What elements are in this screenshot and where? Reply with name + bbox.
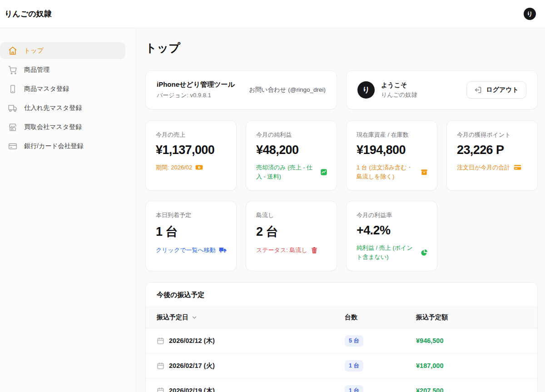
sidebar-item-top[interactable]: トップ [0,42,125,59]
sidebar-item-buyer-master[interactable]: 買取会社マスタ登録 [0,119,125,135]
info-row: iPhoneせどり管理ツール バージョン: v0.9.8.1 お問い合わせ (@… [145,70,538,109]
stat-note: 1 台 (注文済み含む・島流しを除く) [357,163,417,181]
stat-value: +4.2% [357,223,428,238]
logout-label: ログアウト [486,86,519,94]
units-badge: 5 台 [345,335,363,347]
stat-label: 現在庫資産 / 在庫数 [357,131,428,139]
stat-label: 島流し [256,211,327,219]
stat-note: 注文日が今月の合計 [457,163,510,172]
calendar-icon [157,362,164,370]
tool-info-card: iPhoneせどり管理ツール バージョン: v0.9.8.1 お問い合わせ (@… [145,70,337,109]
sidebar-item-label: 買取会社マスタ登録 [24,123,82,131]
user-avatar-initial: り [362,85,370,95]
stat-value: ¥48,200 [256,143,327,157]
home-icon [8,46,17,55]
welcome-greeting: ようこそ [381,81,417,89]
stat-label: 今月の利益率 [357,211,428,219]
logout-icon [474,86,482,94]
transfer-date: 2026/02/19 (木) [169,387,215,392]
transfer-schedule-card: 今後の振込予定 振込予定日 台数 振込予定額 2026/02/12 (木) [145,282,538,392]
header-avatar-initial: り [527,10,533,18]
sidebar-item-label: 銀行/カード会社登録 [24,142,84,150]
sidebar-item-bank-card[interactable]: 銀行/カード会社登録 [0,138,125,154]
transfer-date: 2026/02/12 (木) [169,337,215,345]
column-header-date-sort[interactable]: 振込予定日 [157,313,345,322]
stat-row-2: 本日到着予定 1 台 クリックで一覧へ移動 島流し 2 台 ステータス: 島流し [145,201,538,271]
sidebar-item-label: 商品マスタ登録 [24,85,69,93]
table-row[interactable]: 2026/02/19 (木) 1 台 ¥207,500 [146,378,537,392]
main-content: トップ iPhoneせどり管理ツール バージョン: v0.9.8.1 お問い合わ… [136,28,545,392]
calendar-icon [157,337,164,345]
pie-chart-icon [421,249,428,256]
transfer-date: 2026/02/17 (火) [169,362,215,370]
delivery-truck-icon [219,246,227,254]
logout-button[interactable]: ログアウト [466,81,526,99]
stat-label: 本日到着予定 [156,211,227,219]
tool-version: バージョン: v0.9.8.1 [157,91,235,99]
sidebar-item-product-master[interactable]: 商品マスタ登録 [0,80,125,97]
store-icon [8,123,17,132]
calendar-icon [157,387,164,392]
stat-value: ¥1,137,000 [156,143,227,157]
welcome-card: り ようこそ りんごの奴隷 ログアウト [346,70,538,109]
stat-note: 売却済のみ (売上 - 仕入 - 送料) [256,163,317,181]
welcome-username: りんごの奴隷 [381,91,417,99]
stat-note: ステータス: 島流し [256,246,307,255]
stat-card-net-profit: 今月の純利益 ¥48,200 売却済のみ (売上 - 仕入 - 送料) [246,120,337,191]
tool-name: iPhoneせどり管理ツール [157,80,235,89]
smartphone-icon [8,84,17,94]
stat-card-monthly-sales: 今月の売上 ¥1,137,000 期間: 2026/02 [145,120,237,191]
stat-label: 今月の獲得ポイント [457,131,528,139]
credit-card-icon [514,164,521,171]
stat-value: 2 台 [256,223,327,240]
sidebar-item-product-management[interactable]: 商品管理 [0,61,125,78]
stat-note: 期間: 2026/02 [156,163,192,172]
column-header-amount: 振込予定額 [416,313,526,322]
stat-value: ¥194,800 [357,143,428,157]
transfer-amount: ¥946,500 [416,337,526,344]
chevron-down-icon [191,314,198,321]
trash-icon [311,247,318,254]
sidebar-item-label: トップ [24,47,44,55]
stat-card-exiled: 島流し 2 台 ステータス: 島流し [246,201,337,271]
truck-icon [8,104,17,113]
column-header-date: 振込予定日 [157,313,188,322]
units-badge: 1 台 [345,360,363,372]
sidebar: トップ 商品管理 商品マスタ登録 仕入れ先マスタ登録 買取会社マスタ登録 銀行/… [0,28,136,392]
contact-info: お問い合わせ (@ringo_drei) [249,86,326,94]
table-row[interactable]: 2026/02/12 (木) 5 台 ¥946,500 [146,328,537,353]
cart-icon [8,65,17,74]
stat-label: 今月の純利益 [256,131,327,139]
stat-label: 今月の売上 [156,131,227,139]
sidebar-item-supplier-master[interactable]: 仕入れ先マスタ登録 [0,99,125,116]
stat-card-monthly-points: 今月の獲得ポイント 23,226 P 注文日が今月の合計 [446,120,538,191]
stat-card-profit-rate: 今月の利益率 +4.2% 純利益 / 売上 (ポイント含まない) [346,201,437,271]
transfer-amount: ¥187,000 [416,362,526,369]
stat-value: 23,226 P [457,143,528,157]
top-header: りんごの奴隷 り [0,0,545,28]
sidebar-item-label: 仕入れ先マスタ登録 [24,104,82,112]
credit-card-icon [8,142,17,151]
header-avatar[interactable]: り [524,8,536,20]
chart-up-icon [320,169,327,176]
stat-row-1: 今月の売上 ¥1,137,000 期間: 2026/02 今月の純利益 ¥48,… [145,120,538,191]
column-header-units: 台数 [345,313,416,322]
stat-card-arriving-today[interactable]: 本日到着予定 1 台 クリックで一覧へ移動 [145,201,237,271]
stat-note: クリックで一覧へ移動 [156,246,216,255]
stat-value: 1 台 [156,223,227,240]
stat-note: 純利益 / 売上 (ポイント含まない) [357,243,417,261]
transfer-table-header: 振込予定日 台数 振込予定額 [146,307,537,328]
transfer-amount: ¥207,500 [416,387,526,392]
package-icon [421,169,428,176]
banknote-icon [195,164,203,171]
table-row[interactable]: 2026/02/17 (火) 1 台 ¥187,000 [146,353,537,378]
user-avatar: り [357,81,375,99]
units-badge: 1 台 [345,385,363,392]
sidebar-item-label: 商品管理 [24,66,50,74]
page-title: トップ [145,40,538,55]
app-title: りんごの奴隷 [5,9,52,19]
stat-card-inventory-assets: 現在庫資産 / 在庫数 ¥194,800 1 台 (注文済み含む・島流しを除く) [346,120,437,191]
transfer-schedule-title: 今後の振込予定 [146,283,537,307]
